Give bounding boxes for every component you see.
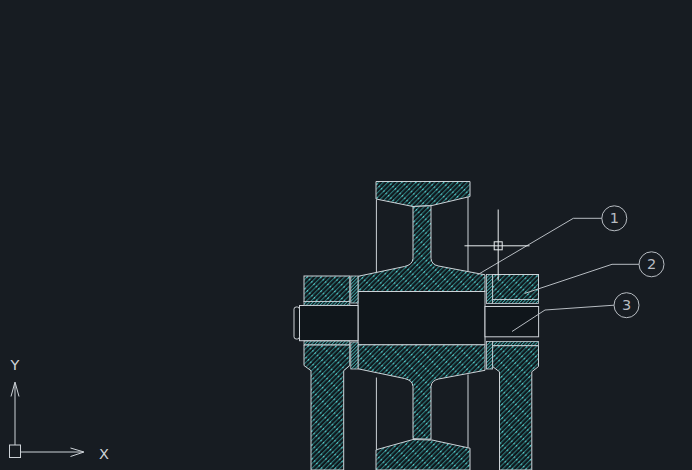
right-bottom-cap-seal-strip[interactable] xyxy=(493,342,539,346)
right-top-cap-seal-strip[interactable] xyxy=(493,300,539,304)
right-bottom-cap-and-leg[interactable] xyxy=(493,346,539,470)
shaft-left-stub[interactable] xyxy=(300,306,359,341)
ucs-x-label: X xyxy=(99,446,109,462)
right-bottom-spacer-ring[interactable] xyxy=(486,342,492,370)
shaft-left-end-cap[interactable] xyxy=(294,307,300,339)
left-top-cap[interactable] xyxy=(304,276,350,302)
right-top-cap[interactable] xyxy=(493,275,539,300)
left-bottom-spacer-ring[interactable] xyxy=(351,342,358,369)
canvas-background xyxy=(0,0,692,470)
left-bottom-cap-and-leg[interactable] xyxy=(304,345,350,470)
left-bottom-cap-seal-strip[interactable] xyxy=(304,341,350,345)
cad-model-space-canvas[interactable]: 1 2 3 Y X xyxy=(0,0,692,470)
ucs-y-label: Y xyxy=(10,357,20,373)
left-top-spacer-ring[interactable] xyxy=(351,276,358,303)
balloon-1-label[interactable]: 1 xyxy=(610,210,619,226)
shaft-through-hub[interactable] xyxy=(358,292,485,345)
drawing-canvas[interactable]: 1 2 3 Y X xyxy=(0,0,692,470)
balloon-2-label[interactable]: 2 xyxy=(647,256,656,272)
shaft-right-stub[interactable] xyxy=(485,307,539,337)
right-top-spacer-ring[interactable] xyxy=(486,275,492,304)
cad-workspace: { "theme": { "css_vars": "--bg:#171c22;-… xyxy=(0,0,692,470)
balloon-3-label[interactable]: 3 xyxy=(622,297,631,313)
left-top-cap-seal-strip[interactable] xyxy=(304,302,350,306)
